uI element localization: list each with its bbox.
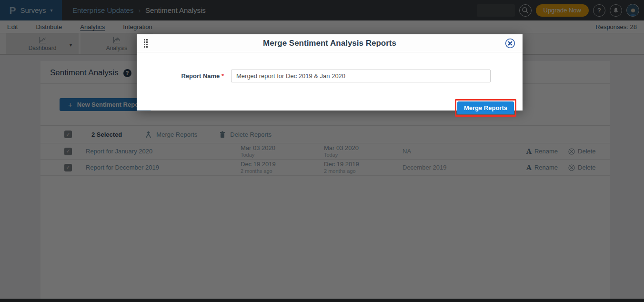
- report-name-label: Report Name *: [137, 72, 224, 80]
- merge-reports-modal: Merge Sentiment Analysis Reports Report …: [137, 34, 523, 111]
- modal-close-button[interactable]: [505, 38, 515, 49]
- modal-title: Merge Sentiment Analysis Reports: [137, 39, 523, 48]
- report-name-input[interactable]: [231, 70, 491, 82]
- merge-reports-submit-button[interactable]: Merge Reports: [457, 101, 514, 114]
- modal-footer: Merge Reports: [137, 96, 523, 117]
- modal-header: Merge Sentiment Analysis Reports: [137, 34, 523, 52]
- modal-body: Report Name *: [137, 70, 523, 82]
- close-icon: [505, 38, 515, 49]
- app-screen: P Surveys ▾ Enterprise Updates › Sentime…: [0, 0, 644, 302]
- annotation-highlight: Merge Reports: [455, 99, 516, 117]
